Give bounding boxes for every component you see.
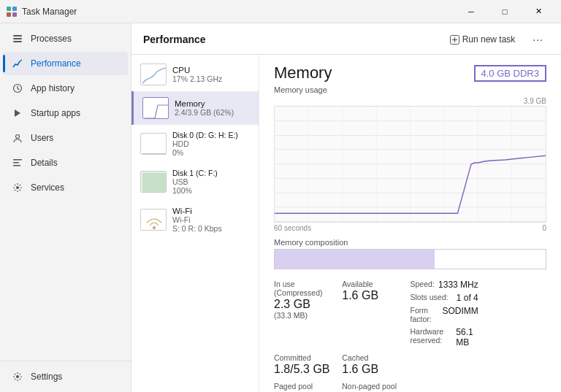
in-use-value: 2.3 GB [274, 298, 342, 311]
speed-value: 1333 MHz [438, 280, 478, 290]
disk1-info: Disk 1 (C: F:) USB 100% [172, 169, 250, 195]
sidebar-label-details: Details [31, 158, 58, 168]
titlebar: Task Manager ─ □ ✕ [0, 0, 561, 23]
run-new-task-button[interactable]: Run new task [444, 31, 522, 47]
memory-chart-svg [275, 107, 546, 222]
nonpaged-pool-label: Non-paged pool [342, 382, 410, 391]
stat-cached: Cached 1.6 GB [342, 352, 410, 377]
app-icon [6, 6, 18, 18]
sidebar-item-startup-apps[interactable]: Startup apps [3, 101, 128, 125]
device-item-cpu[interactable]: CPU 17% 2.13 GHz [131, 58, 259, 91]
chart-max-label: 3.9 GB [274, 97, 546, 105]
sidebar-item-performance[interactable]: Performance [3, 52, 128, 75]
svg-rect-5 [13, 38, 22, 39]
sidebar-label-settings: Settings [31, 372, 62, 382]
svg-rect-12 [13, 165, 20, 166]
window-controls: ─ □ ✕ [454, 0, 555, 23]
svg-rect-10 [13, 159, 22, 161]
memory-usage-chart [274, 106, 546, 223]
svg-point-19 [153, 226, 156, 229]
svg-rect-1 [12, 7, 17, 11]
startup-icon [12, 107, 23, 119]
svg-rect-4 [13, 35, 22, 36]
performance-icon [12, 58, 23, 69]
hw-reserved-label: Hardware reserved: [411, 327, 457, 347]
memory-info: Memory 2.4/3.9 GB (62%) [175, 99, 250, 117]
app-history-icon [12, 82, 23, 94]
memory-sub: 2.4/3.9 GB (62%) [175, 108, 250, 117]
cached-value: 1.6 GB [342, 363, 410, 376]
device-list: CPU 17% 2.13 GHz Memory 2.4/3.9 GB (62%) [131, 55, 259, 392]
form-value: SODIMM [442, 306, 478, 324]
sidebar-item-services[interactable]: Services [3, 176, 128, 199]
main-content: Performance Run new task ··· [131, 23, 561, 392]
chart-zero-label: 0 [542, 224, 546, 232]
disk0-info: Disk 0 (D: G: H: E:) HDD 0% [172, 131, 250, 157]
wifi-name: Wi-Fi [172, 207, 250, 215]
sidebar-label-services: Services [31, 182, 64, 193]
memory-thumbnail [142, 97, 169, 119]
sidebar-label-performance: Performance [31, 58, 81, 69]
wifi-thumbnail [140, 209, 167, 231]
speed-label: Speed: [411, 280, 435, 289]
disk1-name: Disk 1 (C: F:) [172, 169, 250, 177]
slots-label: Slots used: [411, 293, 449, 302]
disk0-name: Disk 0 (D: G: H: E:) [172, 131, 250, 139]
svg-rect-18 [142, 173, 166, 192]
disk1-sub: USB [172, 177, 250, 186]
detail-header: Memory 4.0 GB DDR3 [274, 64, 546, 82]
wifi-info: Wi-Fi Wi-Fi S: 0 R: 0 Kbps [172, 207, 250, 233]
available-value: 1.6 GB [342, 289, 410, 302]
sidebar: Processes Performance App history [0, 23, 131, 392]
device-item-wifi[interactable]: Wi-Fi Wi-Fi S: 0 R: 0 Kbps [131, 201, 259, 239]
minimize-button[interactable]: ─ [454, 0, 488, 23]
in-use-compressed: (33.3 MB) [274, 311, 342, 320]
device-item-disk1[interactable]: Disk 1 (C: F:) USB 100% [131, 163, 259, 201]
in-use-label: In use (Compressed) [274, 280, 342, 297]
memory-badge: 4.0 GB DDR3 [474, 65, 546, 82]
content-area: CPU 17% 2.13 GHz Memory 2.4/3.9 GB (62%) [131, 55, 561, 392]
services-icon [12, 182, 23, 193]
stat-available: Available 1.6 GB [342, 278, 410, 349]
details-icon [12, 157, 23, 169]
chart-footer: 60 seconds 0 [274, 224, 546, 232]
sidebar-label-processes: Processes [31, 34, 72, 44]
maximize-button[interactable]: □ [488, 0, 522, 23]
svg-point-9 [16, 135, 20, 139]
close-button[interactable]: ✕ [522, 0, 555, 23]
disk0-sub: HDD [172, 139, 250, 148]
device-item-disk0[interactable]: Disk 0 (D: G: H: E:) HDD 0% [131, 125, 259, 163]
stats-grid: In use (Compressed) 2.3 GB (33.3 MB) Ava… [274, 278, 546, 392]
sidebar-item-app-history[interactable]: App history [3, 77, 128, 100]
more-options-button[interactable]: ··· [527, 31, 549, 48]
chart-time-label: 60 seconds [274, 224, 311, 232]
stat-in-use: In use (Compressed) 2.3 GB (33.3 MB) [274, 278, 342, 349]
svg-rect-11 [13, 162, 19, 164]
cpu-thumbnail [140, 64, 167, 85]
memory-detail-panel: Memory 4.0 GB DDR3 Memory usage 3.9 GB [259, 55, 561, 392]
svg-rect-0 [7, 7, 11, 11]
sidebar-item-users[interactable]: Users [3, 126, 128, 150]
stat-committed: Committed 1.8/5.3 GB [274, 352, 342, 377]
disk0-sub2: 0% [172, 148, 250, 157]
device-item-memory[interactable]: Memory 2.4/3.9 GB (62%) [131, 91, 259, 125]
hw-reserved-value: 56.1 MB [456, 327, 478, 347]
sidebar-item-details[interactable]: Details [3, 151, 128, 174]
composition-available [435, 250, 546, 269]
slots-value: 1 of 4 [457, 293, 478, 303]
svg-rect-3 [12, 12, 17, 17]
sidebar-label-startup-apps: Startup apps [31, 108, 80, 118]
stat-nonpaged-pool: Non-paged pool 79.2 MB [342, 380, 410, 392]
disk1-thumbnail [140, 171, 167, 193]
sidebar-item-processes[interactable]: Processes [3, 27, 128, 50]
sidebar-item-settings[interactable]: Settings [3, 365, 128, 388]
committed-value: 1.8/5.3 GB [274, 363, 342, 376]
composition-used [275, 250, 435, 269]
users-icon [12, 132, 23, 144]
svg-marker-8 [15, 109, 20, 117]
wifi-sub2: S: 0 R: 0 Kbps [172, 224, 250, 233]
available-label: Available [342, 280, 410, 288]
sidebar-label-users: Users [31, 133, 53, 143]
disk0-thumbnail [140, 133, 167, 155]
svg-point-13 [16, 186, 19, 189]
